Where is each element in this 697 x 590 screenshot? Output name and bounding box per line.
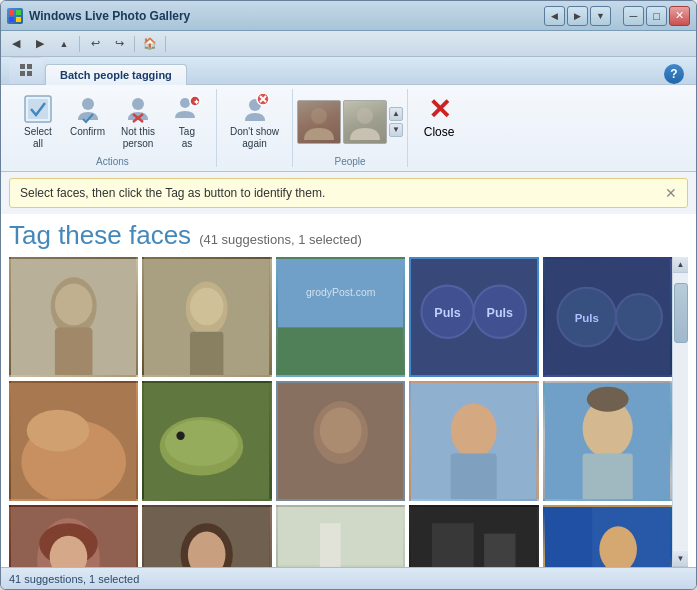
people-scroll-up[interactable]: ▲ (389, 107, 403, 121)
svg-point-49 (165, 420, 238, 466)
svg-rect-60 (582, 454, 632, 499)
photo-cell-4[interactable]: Puls Puls (409, 257, 538, 377)
people-thumb-1[interactable] (297, 100, 341, 144)
help-button[interactable]: ? (664, 64, 684, 84)
photo-cell-2[interactable] (142, 257, 271, 377)
photo-inner-15 (545, 507, 670, 567)
nav-back[interactable]: ◀ (5, 34, 27, 54)
not-this-person-button[interactable]: Not thisperson (114, 89, 162, 154)
status-text: 41 suggestions, 1 selected (9, 573, 139, 585)
photo-cell-14[interactable] (409, 505, 538, 567)
tag-heading-count: (41 suggestions, 1 selected) (199, 232, 362, 247)
nav-up[interactable]: ▲ (53, 34, 75, 54)
photo-cell-6[interactable] (9, 381, 138, 501)
svg-text:Puls: Puls (574, 312, 598, 324)
photo-inner-12 (144, 507, 269, 567)
photo-inner-4: Puls Puls (411, 259, 536, 375)
photo-cell-8[interactable] (276, 381, 405, 501)
nav-home[interactable]: 🏠 (139, 34, 161, 54)
svg-point-53 (320, 408, 362, 454)
svg-rect-3 (16, 17, 21, 22)
ribbon-group-people: ▲ ▼ People (293, 89, 408, 167)
dont-show-label: Don't showagain (230, 126, 279, 150)
not-this-person-label: Not thisperson (121, 126, 155, 150)
nav-redo[interactable]: ↪ (108, 34, 130, 54)
photo-inner-2 (144, 259, 269, 375)
window-controls: ◀ ▶ ▼ ─ □ ✕ (544, 6, 690, 26)
photo-cell-9[interactable] (409, 381, 538, 501)
photo-cell-7[interactable] (142, 381, 271, 501)
ribbon-group-actions: Selectall Confirm (9, 89, 217, 167)
photo-inner-8 (278, 383, 403, 499)
maximize-button[interactable]: □ (646, 6, 667, 26)
photo-cell-15[interactable] (543, 505, 672, 567)
svg-point-46 (27, 410, 90, 452)
svg-point-11 (132, 98, 144, 110)
svg-point-50 (177, 432, 185, 440)
scroll-thumb[interactable] (674, 283, 688, 343)
photo-inner-6 (11, 383, 136, 499)
svg-rect-7 (27, 71, 32, 76)
people-area: ▲ ▼ (297, 89, 403, 154)
svg-point-59 (586, 387, 628, 412)
confirm-label: Confirm (70, 126, 105, 138)
scroll-up-button[interactable]: ▲ (673, 257, 689, 273)
minimize-button[interactable]: ─ (623, 6, 644, 26)
tag-heading-title: Tag these faces (9, 220, 191, 251)
nav-undo[interactable]: ↩ (84, 34, 106, 54)
svg-text:Puls: Puls (487, 306, 513, 320)
tab-batch-tagging[interactable]: Batch people tagging (45, 64, 187, 85)
nav-back-tb[interactable]: ◀ (544, 6, 565, 26)
photo-cell-11[interactable] (9, 505, 138, 567)
select-all-label: Selectall (24, 126, 52, 150)
svg-rect-56 (451, 454, 497, 499)
svg-rect-78 (545, 507, 592, 567)
ribbon-tabs: Batch people tagging ? (1, 57, 696, 84)
close-window-button[interactable]: ✕ (669, 6, 690, 26)
svg-rect-0 (9, 10, 14, 15)
photo-inner-1 (11, 259, 136, 375)
nav-sep-2 (134, 36, 135, 52)
svg-rect-33 (278, 327, 403, 375)
tag-as-button[interactable]: ✦ Tagas (164, 89, 210, 154)
photo-cell-5[interactable]: Puls (543, 257, 672, 377)
ribbon-group-dont-show: Don't showagain (217, 89, 293, 167)
status-bar: 41 suggestions, 1 selected (1, 567, 696, 589)
actions-group-label: Actions (96, 156, 129, 167)
info-banner: Select faces, then click the Tag as butt… (9, 178, 688, 208)
photo-area: grodyPost.com Puls Puls (9, 257, 688, 567)
people-group-label: People (335, 156, 366, 167)
select-all-button[interactable]: Selectall (15, 89, 61, 154)
people-scroll-down[interactable]: ▼ (389, 123, 403, 137)
svg-rect-74 (484, 534, 515, 567)
close-ribbon-button[interactable]: ✕ Close (414, 89, 464, 143)
photo-cell-12[interactable] (142, 505, 271, 567)
tag-as-label: Tagas (179, 126, 195, 150)
people-thumb-2[interactable] (343, 100, 387, 144)
tab-home[interactable] (9, 57, 43, 84)
confirm-button[interactable]: Confirm (63, 89, 112, 142)
photo-inner-5: Puls (545, 259, 670, 375)
nav-recent-tb[interactable]: ▼ (590, 6, 611, 26)
scroll-down-button[interactable]: ▼ (673, 551, 689, 567)
close-ribbon-label: Close (424, 125, 455, 139)
scrollbar: ▲ ▼ (672, 257, 688, 567)
nav-sep-3 (165, 36, 166, 52)
photo-cell-10[interactable] (543, 381, 672, 501)
ribbon-group-close: ✕ Close (408, 89, 470, 167)
close-group-items: ✕ Close (414, 89, 464, 165)
photo-inner-14 (411, 507, 536, 567)
close-ribbon-icon: ✕ (423, 93, 455, 125)
nav-fwd-tb[interactable]: ▶ (567, 6, 588, 26)
svg-rect-30 (190, 332, 223, 375)
photo-cell-3[interactable]: grodyPost.com (276, 257, 405, 377)
photo-cell-13[interactable] (276, 505, 405, 567)
photo-cell-1[interactable] (9, 257, 138, 377)
nav-forward[interactable]: ▶ (29, 34, 51, 54)
info-banner-close[interactable]: ✕ (665, 185, 677, 201)
info-banner-text: Select faces, then click the Tag as butt… (20, 186, 325, 200)
scroll-track[interactable] (673, 273, 689, 551)
svg-point-21 (311, 108, 327, 124)
dont-show-again-button[interactable]: Don't showagain (223, 89, 286, 154)
svg-rect-4 (20, 64, 25, 69)
